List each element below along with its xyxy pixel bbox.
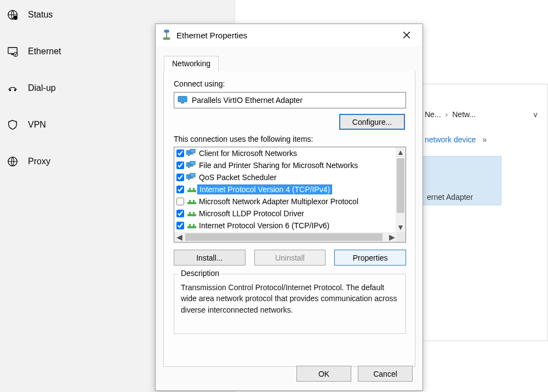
status-icon [7, 9, 19, 21]
connection-item-checkbox[interactable] [176, 174, 184, 181]
connection-item[interactable]: QoS Packet Scheduler [174, 171, 396, 183]
svg-rect-33 [187, 214, 196, 216]
network-stack-icon [186, 185, 197, 194]
horizontal-scrollbar[interactable]: ◀ ▶ [174, 232, 406, 242]
ethernet-icon [7, 45, 19, 57]
connection-item-label[interactable]: Microsoft LLDP Protocol Driver [197, 209, 306, 218]
chevron-down-icon[interactable]: ∨ [533, 110, 538, 119]
svg-rect-38 [193, 224, 195, 226]
scroll-down-icon[interactable]: ▼ [396, 222, 406, 232]
ok-button[interactable]: OK [296, 366, 351, 382]
scroll-up-icon[interactable]: ▲ [396, 147, 406, 157]
network-stack-icon [186, 221, 197, 230]
connection-item[interactable]: File and Printer Sharing for Microsoft N… [174, 159, 396, 171]
svg-rect-27 [187, 190, 196, 192]
connection-item[interactable]: Internet Protocol Version 6 (TCP/IPv6) [174, 220, 396, 232]
monitors-icon [186, 161, 197, 170]
svg-rect-16 [190, 149, 195, 153]
svg-rect-13 [178, 96, 187, 102]
network-stack-icon [186, 197, 197, 206]
connection-item-checkbox[interactable] [176, 162, 184, 169]
close-button[interactable] [395, 27, 418, 43]
configure-button[interactable]: Configure... [339, 114, 405, 130]
connection-item-checkbox[interactable] [176, 186, 184, 193]
description-text: Transmission Control Protocol/Internet P… [174, 274, 406, 323]
description-legend: Description [179, 269, 221, 278]
svg-rect-17 [188, 155, 190, 156]
tab-networking[interactable]: Networking [164, 56, 219, 72]
breadcrumb-item[interactable]: Netw... [452, 110, 476, 119]
svg-rect-31 [189, 200, 191, 202]
connection-item-checkbox[interactable] [176, 198, 184, 205]
items-label: This connection uses the following items… [174, 135, 313, 143]
connection-item-checkbox[interactable] [176, 149, 184, 157]
connect-using-label: Connect using: [174, 79, 225, 88]
svg-rect-18 [192, 153, 193, 154]
connection-item-label[interactable]: Internet Protocol Version 4 (TCP/IPv4) [197, 185, 332, 194]
connection-item-label[interactable]: QoS Packet Scheduler [197, 173, 278, 182]
network-stack-icon [186, 209, 197, 218]
sidebar-item-label: Proxy [28, 157, 50, 166]
sidebar-item-label: Ethernet [28, 47, 61, 56]
svg-rect-34 [189, 212, 191, 214]
breadcrumb: Ne... › Netw... ∨ [425, 107, 548, 122]
toolbar: network device » [425, 135, 548, 144]
connection-item[interactable]: Microsoft Network Adapter Multiplexor Pr… [174, 195, 396, 207]
connection-item[interactable]: Internet Protocol Version 4 (TCP/IPv4) [174, 183, 396, 195]
connection-item-label[interactable]: Client for Microsoft Networks [197, 149, 299, 158]
scroll-thumb[interactable] [397, 158, 404, 213]
adapter-name: Parallels VirtIO Ethernet Adapter [192, 96, 302, 105]
svg-rect-22 [192, 165, 193, 166]
tab-strip: Networking [163, 56, 415, 72]
scroll-left-icon[interactable]: ◀ [174, 232, 184, 242]
connection-item-label[interactable]: Microsoft Network Adapter Multiplexor Pr… [197, 197, 360, 206]
install-button[interactable]: Install... [174, 250, 246, 266]
svg-point-6 [14, 89, 16, 91]
adapter-tile[interactable]: ernet Adapter [422, 156, 501, 205]
dialog-title: Ethernet Properties [176, 31, 247, 40]
svg-rect-10 [163, 38, 170, 39]
svg-point-5 [9, 89, 12, 91]
svg-rect-37 [189, 224, 191, 226]
connection-items-list: Client for Microsoft NetworksFile and Pr… [174, 147, 406, 243]
svg-rect-28 [189, 188, 191, 190]
connection-item[interactable]: Microsoft LLDP Protocol Driver [174, 207, 396, 220]
cancel-button[interactable]: Cancel [358, 366, 413, 382]
chevron-right-icon: › [446, 110, 448, 119]
ethernet-icon [162, 30, 171, 41]
scroll-corner [397, 232, 406, 242]
properties-button[interactable]: Properties [334, 250, 406, 266]
svg-rect-25 [188, 179, 190, 180]
tab-body: Connect using: Parallels VirtIO Ethernet… [163, 71, 415, 367]
sidebar-item-label: Dial-up [28, 83, 56, 93]
proxy-icon [7, 155, 19, 168]
chevron-right-icon: » [482, 135, 487, 144]
connection-item-label[interactable]: Internet Protocol Version 6 (TCP/IPv6) [197, 221, 331, 230]
titlebar: Ethernet Properties [156, 24, 423, 46]
vertical-scrollbar[interactable]: ▲ ▼ [396, 147, 406, 232]
description-fieldset: Description Transmission Control Protoco… [174, 274, 406, 334]
svg-rect-20 [190, 161, 195, 165]
svg-rect-26 [192, 177, 193, 178]
breadcrumb-item[interactable]: Ne... [425, 110, 441, 119]
connection-item[interactable]: Client for Microsoft Networks [174, 147, 396, 159]
svg-point-1 [14, 16, 18, 20]
svg-rect-36 [187, 226, 196, 228]
vpn-icon [7, 119, 19, 131]
adapter-tile-label: ernet Adapter [427, 193, 496, 201]
connection-item-checkbox[interactable] [176, 210, 184, 217]
connection-item-label[interactable]: File and Printer Sharing for Microsoft N… [197, 161, 359, 170]
monitor-icon [178, 96, 187, 105]
svg-rect-30 [187, 202, 196, 204]
toolbar-disable-device[interactable]: network device [425, 135, 476, 144]
connection-item-checkbox[interactable] [176, 222, 184, 229]
svg-rect-9 [166, 32, 167, 38]
svg-rect-21 [188, 167, 190, 168]
uninstall-button: Uninstall [254, 250, 326, 266]
scroll-thumb[interactable] [185, 233, 383, 241]
scroll-right-icon[interactable]: ▶ [387, 232, 397, 242]
monitors-icon [186, 149, 197, 158]
svg-rect-32 [193, 200, 195, 202]
sidebar-item-label: Status [28, 10, 53, 20]
adapter-box[interactable]: Parallels VirtIO Ethernet Adapter [174, 92, 406, 108]
